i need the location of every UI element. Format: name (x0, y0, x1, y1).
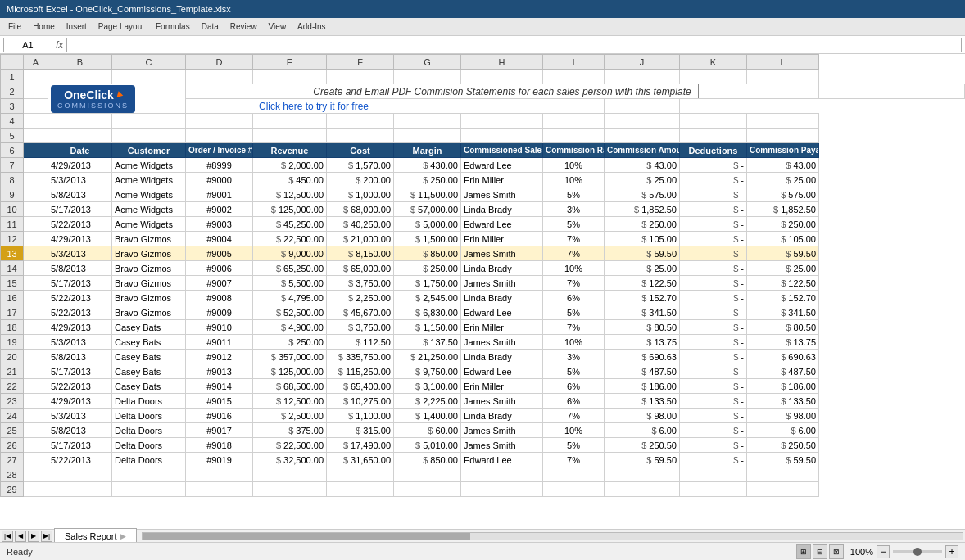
rev-7[interactable]: $ 2,000.00 (253, 158, 327, 173)
rate-7[interactable]: 10% (543, 158, 605, 173)
header-salesperson[interactable]: Commissioned Salesperson (461, 143, 543, 158)
deductions-7[interactable]: $ - (680, 158, 747, 173)
amount-7[interactable]: $ 43.00 (605, 158, 680, 173)
zoom-thumb[interactable] (913, 548, 922, 556)
col-header-E[interactable]: E (253, 55, 327, 70)
empty-row-28: 28 (1, 467, 965, 482)
ribbon-addins[interactable]: Add-Ins (292, 21, 330, 32)
ribbon-view[interactable]: View (264, 21, 292, 32)
tab-nav-arrows: |◀ ◀ ▶ ▶| (2, 531, 52, 542)
tab-next-arrow[interactable]: ▶ (28, 531, 39, 542)
col-header-B[interactable]: B (48, 55, 112, 70)
rownum-5: 5 (1, 129, 24, 143)
margin-7[interactable]: $ 430.00 (394, 158, 461, 173)
logo-text: OneClick (57, 88, 129, 102)
header-date[interactable]: Date (48, 143, 112, 158)
col-header-D[interactable]: D (186, 55, 253, 70)
page-layout-icon[interactable]: ⊟ (813, 544, 827, 559)
table-row: 7 4/29/2013 Acme Widgets #8999 $ 2,000.0… (1, 158, 965, 173)
invoice-7[interactable]: #8999 (186, 158, 253, 173)
table-row: 17 5/22/2013 Bravo Gizmos #9009 $ 52,500… (1, 305, 965, 320)
ribbon-insert[interactable]: Insert (61, 21, 92, 32)
date-7[interactable]: 4/29/2013 (48, 158, 112, 173)
cost-7[interactable]: $ 1,570.00 (327, 158, 394, 173)
rownum-3: 3 (1, 99, 24, 114)
col-header-G[interactable]: G (394, 55, 461, 70)
status-ready: Ready (7, 547, 33, 557)
header-col-A[interactable] (24, 143, 48, 158)
header-cost[interactable]: Cost (327, 143, 394, 158)
customer-7[interactable]: Acme Widgets (112, 158, 186, 173)
title-bar: Microsoft Excel - OneClick_Commissions_T… (0, 0, 965, 18)
row-4: 4 (1, 114, 965, 129)
corner-cell (1, 55, 24, 70)
table-row: 19 5/3/2013 Casey Bats #9011 $ 250.00 $ … (1, 335, 965, 350)
col-header-I[interactable]: I (543, 55, 605, 70)
header-margin[interactable]: Margin (394, 143, 461, 158)
sheet-tab-label: Sales Report (65, 531, 117, 541)
col-header-A[interactable]: A (24, 55, 48, 70)
formula-input[interactable] (66, 38, 962, 52)
horizontal-scrollbar[interactable]: |◀ ◀ ▶ ▶| Sales Report ▶ (0, 529, 965, 542)
ribbon-formulas[interactable]: Formulas (151, 21, 195, 32)
col-header-C[interactable]: C (112, 55, 186, 70)
header-invoice[interactable]: Order / Invoice # (186, 143, 253, 158)
zoom-in-button[interactable]: + (945, 545, 958, 558)
table-row: 25 5/8/2013 Delta Doors #9017 $ 375.00 $… (1, 423, 965, 438)
ribbon-file[interactable]: File (3, 21, 26, 32)
row-2: 2 OneClick COMMISSIONS Create and Em (1, 84, 965, 99)
tab-last-arrow[interactable]: ▶| (41, 531, 52, 542)
table-row: 26 5/17/2013 Delta Doors #9018 $ 22,500.… (1, 438, 965, 453)
ribbon-review[interactable]: Review (225, 21, 262, 32)
header-comm-rate[interactable]: Commission Rate (543, 143, 605, 158)
normal-view-icon[interactable]: ⊞ (796, 544, 811, 559)
table-row: 18 4/29/2013 Casey Bats #9010 $ 4,900.00… (1, 320, 965, 335)
page-break-icon[interactable]: ⊠ (829, 544, 844, 559)
payable-7[interactable]: $ 43.00 (747, 158, 819, 173)
rownum-2: 2 (1, 84, 24, 99)
row-6-headers: 6 Date Customer Order / Invoice # Revenu… (1, 143, 965, 158)
h-scroll-track[interactable] (142, 532, 963, 540)
col-header-F[interactable]: F (327, 55, 394, 70)
table-row: 21 5/17/2013 Casey Bats #9013 $ 125,000.… (1, 364, 965, 379)
zoom-slider[interactable] (893, 550, 942, 553)
col-header-L[interactable]: L (747, 55, 819, 70)
ribbon-home[interactable]: Home (28, 21, 60, 32)
table-row: 8 5/3/2013 Acme Widgets #9000 $ 450.00 $… (1, 173, 965, 187)
title-text: Microsoft Excel - OneClick_Commissions_T… (7, 4, 231, 14)
name-box[interactable] (3, 38, 52, 52)
h-scroll-thumb[interactable] (143, 533, 471, 540)
table-row: 13 5/3/2013 Bravo Gizmos #9005 $ 9,000.0… (1, 246, 965, 261)
col-header-K[interactable]: K (680, 55, 747, 70)
fx-label: fx (56, 39, 63, 51)
ribbon-data[interactable]: Data (197, 21, 224, 32)
rownum-4: 4 (1, 114, 24, 129)
table-row: 15 5/17/2013 Bravo Gizmos #9007 $ 5,500.… (1, 276, 965, 291)
col-header-J[interactable]: J (605, 55, 680, 70)
status-right: ⊞ ⊟ ⊠ 100% − + (796, 544, 958, 559)
header-deductions[interactable]: Deductions (680, 143, 747, 158)
logo-one: One (64, 88, 86, 102)
col-header-H[interactable]: H (461, 55, 543, 70)
view-icons: ⊞ ⊟ ⊠ (796, 544, 844, 559)
row-1: 1 (1, 70, 965, 84)
header-comm-amount[interactable]: Commission Amount (605, 143, 680, 158)
zoom-out-button[interactable]: − (877, 545, 890, 558)
header-comm-payable[interactable]: Commission Payable (747, 143, 819, 158)
tab-prev-arrow[interactable]: ◀ (15, 531, 26, 542)
try-it-link[interactable]: Click here to try it for free (259, 101, 369, 112)
sheet-grid: A B C D E F G H I J K L (0, 54, 965, 529)
tab-first-arrow[interactable]: |◀ (2, 531, 13, 542)
table-row: 16 5/22/2013 Bravo Gizmos #9008 $ 4,795.… (1, 291, 965, 305)
sheet-tab-icon: ▶ (120, 532, 126, 540)
header-revenue[interactable]: Revenue (253, 143, 327, 158)
app-container: Microsoft Excel - OneClick_Commissions_T… (0, 0, 965, 560)
zoom-level: 100% (850, 547, 873, 557)
person-7[interactable]: Edward Lee (461, 158, 543, 173)
title-cell: Create and Email PDF Commision Statement… (186, 84, 819, 99)
header-customer[interactable]: Customer (112, 143, 186, 158)
logo: OneClick COMMISSIONS (51, 85, 135, 113)
ribbon-page-layout[interactable]: Page Layout (93, 21, 149, 32)
logo-click: Click (86, 88, 113, 102)
spreadsheet-table: A B C D E F G H I J K L (0, 54, 965, 497)
